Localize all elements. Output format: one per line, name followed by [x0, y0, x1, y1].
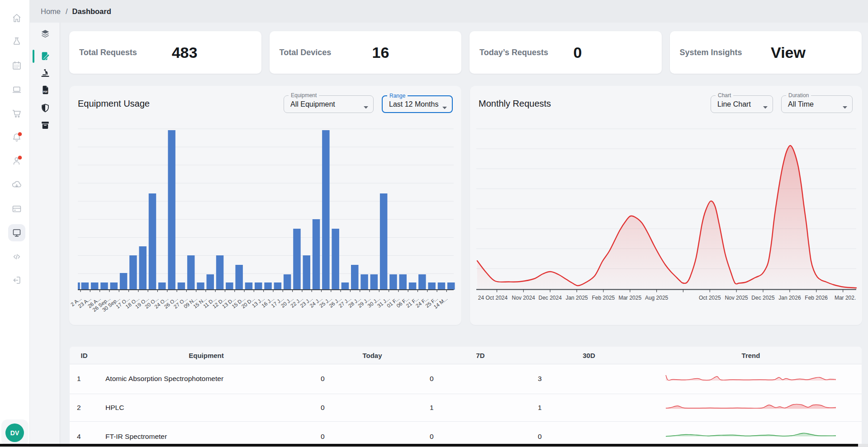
svg-text:PDF: PDF	[43, 90, 47, 93]
svg-text:Jan 2025: Jan 2025	[565, 295, 588, 301]
svg-text:Mar 202.: Mar 202.	[835, 295, 856, 301]
svg-text:Oct 2025: Oct 2025	[699, 295, 721, 301]
svg-text:Aug 2025: Aug 2025	[645, 295, 669, 301]
svg-text:Jan 2026: Jan 2026	[778, 295, 801, 301]
svg-text:24 Oct 2024: 24 Oct 2024	[478, 295, 508, 301]
svg-text:Dec 2024: Dec 2024	[539, 295, 562, 301]
svg-text:Mar 2025: Mar 2025	[618, 295, 641, 301]
svg-text:Dec 2025: Dec 2025	[751, 295, 775, 301]
svg-text:Feb 2026: Feb 2026	[805, 295, 828, 301]
svg-text:Nov 2024: Nov 2024	[512, 295, 536, 301]
svg-text:Nov 2025: Nov 2025	[725, 295, 748, 301]
svg-text:Feb 2025: Feb 2025	[592, 295, 615, 301]
